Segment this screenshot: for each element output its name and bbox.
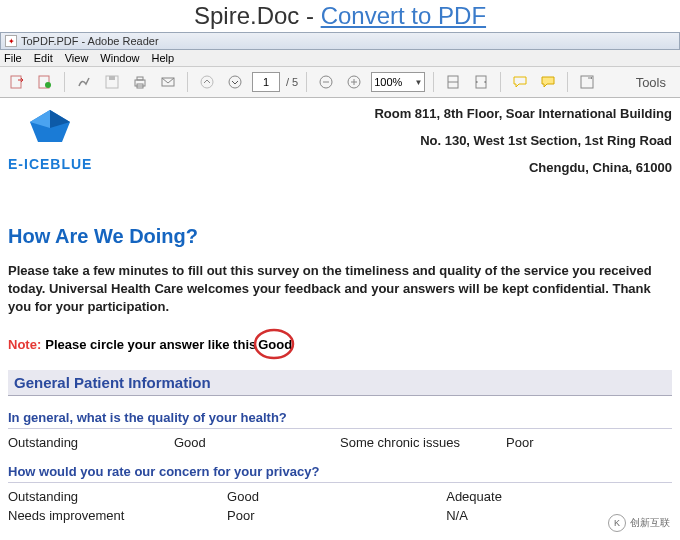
- page-down-icon[interactable]: [224, 71, 246, 93]
- q2-options-row1: Outstanding Good Adequate: [8, 489, 672, 504]
- page-total: / 5: [286, 76, 298, 88]
- separator: [306, 72, 307, 92]
- circled-example: Good: [258, 337, 292, 352]
- zoom-select[interactable]: 100%▼: [371, 72, 425, 92]
- address-block: Room 811, 8th Floor, Soar International …: [374, 106, 672, 187]
- menu-file[interactable]: File: [4, 52, 22, 64]
- note-label: Note:: [8, 337, 41, 352]
- highlight-comment-icon[interactable]: [537, 71, 559, 93]
- separator: [433, 72, 434, 92]
- address-line2: No. 130, West 1st Section, 1st Ring Road: [374, 133, 672, 148]
- banner-prefix: Spire.Doc -: [194, 2, 321, 29]
- top-banner: Spire.Doc - Convert to PDF: [0, 0, 680, 32]
- note-line: Note: Please circle your answer like thi…: [8, 337, 672, 352]
- intro-paragraph: Please take a few minutes to fill out th…: [8, 262, 672, 317]
- fit-page-icon[interactable]: [442, 71, 464, 93]
- create-pdf-icon[interactable]: [34, 71, 56, 93]
- menubar: File Edit View Window Help: [0, 50, 680, 67]
- svg-point-10: [229, 76, 241, 88]
- pdf-icon: ✦: [5, 35, 17, 47]
- convert-pdf-link[interactable]: Convert to PDF: [321, 2, 486, 29]
- email-icon[interactable]: [157, 71, 179, 93]
- fit-width-icon[interactable]: [470, 71, 492, 93]
- svg-rect-0: [11, 76, 21, 88]
- separator: [567, 72, 568, 92]
- comment-icon[interactable]: [509, 71, 531, 93]
- svg-point-2: [45, 82, 51, 88]
- document-area: E-ICEBLUE Room 811, 8th Floor, Soar Inte…: [0, 98, 680, 536]
- logo: E-ICEBLUE: [8, 106, 92, 172]
- logo-mark-icon: [22, 106, 78, 152]
- menu-window[interactable]: Window: [100, 52, 139, 64]
- watermark: K 创新互联: [608, 514, 670, 532]
- page-up-icon[interactable]: [196, 71, 218, 93]
- q1-options: Outstanding Good Some chronic issues Poo…: [8, 435, 672, 450]
- read-mode-icon[interactable]: [576, 71, 598, 93]
- question-2: How would you rate our concern for your …: [8, 464, 672, 483]
- option: Outstanding: [8, 435, 174, 450]
- menu-help[interactable]: Help: [151, 52, 174, 64]
- section-header: General Patient Information: [8, 370, 672, 396]
- window-title: ToPDF.PDF - Adobe Reader: [21, 35, 159, 47]
- zoom-value: 100%: [374, 76, 402, 88]
- print-icon[interactable]: [129, 71, 151, 93]
- option: Good: [174, 435, 340, 450]
- svg-rect-4: [109, 76, 115, 80]
- chevron-down-icon: ▼: [414, 78, 422, 87]
- page-number-input[interactable]: [252, 72, 280, 92]
- logo-name: E-ICEBLUE: [8, 156, 92, 172]
- tools-panel-button[interactable]: Tools: [628, 75, 674, 90]
- svg-rect-6: [137, 77, 143, 80]
- titlebar: ✦ ToPDF.PDF - Adobe Reader: [0, 32, 680, 50]
- option: Adequate: [446, 489, 665, 504]
- question-1: In general, what is the quality of your …: [8, 410, 672, 429]
- option: Poor: [227, 508, 446, 523]
- menu-edit[interactable]: Edit: [34, 52, 53, 64]
- sign-icon[interactable]: [73, 71, 95, 93]
- toolbar: / 5 100%▼ Tools: [0, 67, 680, 98]
- save-icon[interactable]: [101, 71, 123, 93]
- separator: [187, 72, 188, 92]
- separator: [500, 72, 501, 92]
- option: Outstanding: [8, 489, 227, 504]
- address-line3: Chengdu, China, 61000: [374, 160, 672, 175]
- export-pdf-icon[interactable]: [6, 71, 28, 93]
- watermark-text: 创新互联: [630, 516, 670, 530]
- q2-options-row2: Needs improvement Poor N/A: [8, 508, 672, 523]
- option: Needs improvement: [8, 508, 227, 523]
- address-line1: Room 811, 8th Floor, Soar International …: [374, 106, 672, 121]
- menu-view[interactable]: View: [65, 52, 89, 64]
- svg-point-9: [201, 76, 213, 88]
- zoom-in-icon[interactable]: [343, 71, 365, 93]
- note-text: Please circle your answer like this: [45, 337, 256, 352]
- watermark-logo-icon: K: [608, 514, 626, 532]
- page-heading: How Are We Doing?: [8, 225, 672, 248]
- option: Some chronic issues: [340, 435, 506, 450]
- option: Poor: [506, 435, 672, 450]
- separator: [64, 72, 65, 92]
- option: Good: [227, 489, 446, 504]
- circled-text: Good: [258, 337, 292, 352]
- zoom-out-icon[interactable]: [315, 71, 337, 93]
